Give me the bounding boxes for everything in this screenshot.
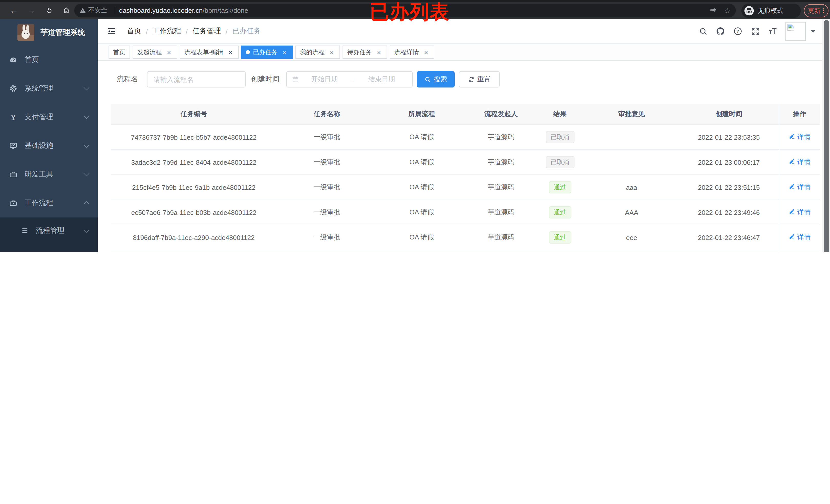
- bookmark-star-icon[interactable]: ☆: [724, 6, 731, 15]
- start-date-placeholder[interactable]: 开始日期: [299, 75, 350, 84]
- chevron-up-icon: [84, 201, 90, 207]
- back-icon[interactable]: ←: [7, 4, 21, 17]
- scrollbar-thumb[interactable]: [824, 20, 829, 252]
- search-icon[interactable]: [694, 19, 712, 43]
- detail-link[interactable]: 详情: [789, 158, 810, 167]
- task-id-cell: ec507ae6-7b9a-11ec-b03b-acde48001122: [110, 200, 277, 225]
- task-id-cell: 8196daff-7b9a-11ec-a290-acde48001122: [110, 225, 277, 250]
- close-icon[interactable]: ×: [375, 48, 382, 56]
- search-button-icon: [424, 76, 431, 82]
- tab-我的流程[interactable]: 我的流程×: [295, 45, 340, 59]
- tab-首页[interactable]: 首页: [108, 45, 130, 59]
- password-key-icon[interactable]: [710, 7, 717, 14]
- close-icon[interactable]: ×: [227, 48, 234, 56]
- close-icon[interactable]: ×: [165, 48, 172, 56]
- font-size-icon[interactable]: [764, 19, 781, 43]
- reset-button[interactable]: 重置: [459, 71, 500, 88]
- table-header-row: 任务编号任务名称所属流程流程发起人结果审批意见创建时间操作: [110, 104, 820, 125]
- result-cell: 通过: [536, 250, 584, 252]
- app-logo-block[interactable]: 芋道管理系统: [0, 19, 98, 45]
- sidebar-item-系统管理[interactable]: 系统管理: [0, 74, 98, 103]
- task-name-cell: 一级审批: [277, 125, 377, 149]
- search-button[interactable]: 搜索: [417, 71, 455, 88]
- avatar-caret-down-icon[interactable]: [810, 30, 816, 33]
- reload-icon[interactable]: [42, 4, 55, 17]
- broken-image-icon: [787, 23, 795, 31]
- sidebar-menu: 首页系统管理¥支付管理基础设施研发工具工作流程流程管理任务管理我的流程待办任务已…: [0, 45, 98, 252]
- tags-view-bar: 首页发起流程×流程表单-编辑×已办任务×我的流程×待办任务×流程详情×: [98, 43, 830, 61]
- starter-cell: 芋道源码: [467, 150, 536, 174]
- task-id-cell: 215cf4e5-7b9b-11ec-9a1b-acde48001122: [110, 175, 277, 200]
- url-host: dashboard.yudao.iocoder.cn: [119, 7, 203, 14]
- operation-cell: 详情: [779, 225, 820, 250]
- breadcrumb-item-工作流程[interactable]: 工作流程: [153, 27, 181, 36]
- forward-icon[interactable]: →: [25, 4, 38, 17]
- time-cell: 2022-01-22 23:46:47: [679, 225, 779, 250]
- tab-流程表单-编辑[interactable]: 流程表单-编辑×: [180, 45, 238, 59]
- close-icon[interactable]: ×: [422, 48, 429, 56]
- sidebar-item-基础设施[interactable]: 基础设施: [0, 132, 98, 160]
- table-row: ec507ae6-7b9a-11ec-b03b-acde48001122一级审批…: [110, 200, 820, 225]
- process-cell: OA 请假: [377, 250, 467, 252]
- avatar[interactable]: [786, 22, 806, 41]
- toolbox-icon: [9, 170, 18, 178]
- comment-cell: aaa: [584, 175, 679, 200]
- task-name-cell: 一级审批: [277, 175, 377, 200]
- comment-cell: [584, 150, 679, 174]
- annotation-done-list: 已办列表: [312, 0, 507, 25]
- sidebar-item-任务管理[interactable]: 任务管理: [0, 244, 98, 252]
- end-date-placeholder[interactable]: 结束日期: [356, 75, 407, 84]
- hamburger-icon[interactable]: [106, 26, 117, 36]
- table-row: 3adac3d2-7b9d-11ec-8404-acde48001122一级审批…: [110, 150, 820, 175]
- page-scrollbar[interactable]: [822, 19, 830, 252]
- column-header-审批意见: 审批意见: [584, 104, 679, 124]
- process-name-input[interactable]: [147, 71, 246, 88]
- task-id-cell: 74736737-7b9b-11ec-b5b7-acde48001122: [110, 125, 277, 149]
- date-range-input[interactable]: 开始日期 - 结束日期: [286, 71, 413, 88]
- close-icon[interactable]: ×: [281, 48, 288, 56]
- breadcrumb-item-首页[interactable]: 首页: [127, 27, 141, 36]
- search-form: 流程名 创建时间 开始日期 - 结束日期 搜索 重置: [98, 71, 830, 88]
- pencil-icon: [789, 158, 795, 166]
- browser-chrome: ← → 不安全 dashboard.yudao.iocoder.cn/bpm/t…: [0, 0, 830, 19]
- url-path: /bpm/task/done: [203, 7, 248, 14]
- sidebar-item-研发工具[interactable]: 研发工具: [0, 160, 98, 189]
- sidebar-item-支付管理[interactable]: ¥支付管理: [0, 103, 98, 132]
- operation-cell: 详情: [779, 200, 820, 225]
- detail-link[interactable]: 详情: [789, 233, 810, 242]
- done-task-table: 任务编号任务名称所属流程流程发起人结果审批意见创建时间操作74736737-7b…: [110, 104, 820, 252]
- task-id-cell: 67c534a2-7b9a-11ec-a290-acde48001122: [110, 250, 277, 252]
- fullscreen-icon[interactable]: [746, 19, 764, 43]
- column-header-任务名称: 任务名称: [277, 104, 377, 124]
- detail-link[interactable]: 详情: [789, 183, 810, 192]
- incognito-badge: 无痕模式: [741, 4, 801, 18]
- process-cell: OA 请假: [377, 125, 467, 149]
- pencil-icon: [789, 183, 795, 191]
- process-name-label: 流程名: [117, 71, 138, 88]
- github-icon[interactable]: [712, 19, 729, 43]
- tab-待办任务[interactable]: 待办任务×: [343, 45, 387, 59]
- task-id-cell: 3adac3d2-7b9d-11ec-8404-acde48001122: [110, 150, 277, 174]
- sidebar-item-流程管理[interactable]: 流程管理: [0, 217, 98, 244]
- detail-link[interactable]: 详情: [789, 208, 810, 217]
- status-badge: 通过: [549, 206, 571, 219]
- browser-update-button[interactable]: 更新 ⋮: [804, 4, 828, 18]
- home-icon[interactable]: [59, 4, 73, 17]
- column-header-所属流程: 所属流程: [377, 104, 467, 124]
- update-label[interactable]: 更新: [808, 6, 820, 15]
- tab-发起流程[interactable]: 发起流程×: [133, 45, 177, 59]
- process-cell: OA 请假: [377, 200, 467, 225]
- breadcrumb-item-任务管理[interactable]: 任务管理: [193, 27, 221, 36]
- create-time-label: 创建时间: [251, 71, 280, 88]
- close-icon[interactable]: ×: [328, 48, 336, 56]
- sidebar-item-首页[interactable]: 首页: [0, 45, 98, 74]
- browser-menu-icon[interactable]: ⋮: [820, 10, 826, 12]
- tab-流程详情[interactable]: 流程详情×: [390, 45, 434, 59]
- help-icon[interactable]: ?: [729, 19, 746, 43]
- tab-已办任务[interactable]: 已办任务×: [241, 45, 293, 59]
- result-cell: 通过: [536, 225, 584, 250]
- detail-link[interactable]: 详情: [789, 133, 810, 142]
- main-content: 流程名 创建时间 开始日期 - 结束日期 搜索 重置 任务编号任务名称所属流程流…: [98, 61, 830, 252]
- sidebar-item-工作流程[interactable]: 工作流程: [0, 189, 98, 217]
- search-button-label: 搜索: [434, 75, 447, 84]
